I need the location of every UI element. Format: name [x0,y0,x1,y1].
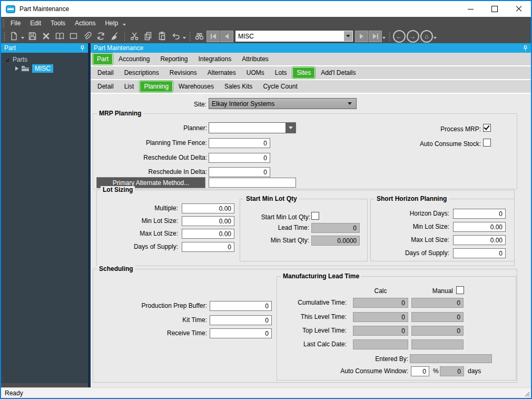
forward-button[interactable]: → [406,30,419,43]
tree-node-parts[interactable]: Parts [5,56,27,63]
planning-time-fence-label: Planning Time Fence: [107,139,207,147]
max-lot-size-label: Max Lot Size: [94,230,178,238]
tab-reporting[interactable]: Reporting [155,54,192,64]
site-combo[interactable]: Elkay Interior Systems [209,98,357,109]
menu-edit[interactable]: Edit [25,18,46,28]
expanded-arrow-icon[interactable] [5,58,9,62]
last-calc-date-manual-input [411,339,464,349]
horizon-days-label: Horizon Days: [365,210,449,218]
resize-grip-icon[interactable] [524,391,530,397]
lead-time-input [311,223,360,233]
planning-time-fence-input[interactable] [209,138,270,148]
primary-alternate-method-input[interactable] [209,178,296,188]
attach-button[interactable] [81,30,94,43]
tab-addl-details[interactable]: Add'l Details [316,67,360,78]
tab-uoms[interactable]: UOMs [242,67,269,78]
app-logo-icon [6,5,15,13]
tab-sites[interactable]: Sites [292,67,315,79]
multiple-input[interactable] [182,203,234,213]
percent-symbol: % [433,367,439,375]
start-min-lot-qty-checkbox[interactable] [311,212,319,220]
sh-max-lot-size-input[interactable] [453,235,506,245]
sh-min-lot-size-input[interactable] [453,222,506,232]
close-button[interactable] [507,1,531,17]
copy-button[interactable] [142,30,155,43]
menu-file[interactable]: File [6,18,25,28]
note-icon [68,31,78,41]
minimize-button[interactable] [458,1,482,17]
top-level-time-calc-input [353,326,408,336]
browse-button[interactable] [53,30,66,43]
tab-accounting[interactable]: Accounting [114,54,154,64]
auto-consume-stock-checkbox[interactable] [483,139,491,147]
calc-column-header: Calc [353,287,408,295]
tab-cycle-count[interactable]: Cycle Count [258,81,302,92]
tab-planning[interactable]: Planning [140,81,173,92]
tree-node-misc[interactable]: MISC [15,64,53,73]
tab-detail[interactable]: Detail [93,67,119,78]
maximize-button[interactable] [482,1,507,17]
tab-site-list[interactable]: List [120,81,139,92]
undo-icon [171,31,181,41]
menu-overflow-icon[interactable] [123,24,126,26]
undo-dropdown-icon[interactable] [183,37,186,39]
record-combo-dropdown[interactable] [344,31,352,41]
tab-lots[interactable]: Lots [270,67,292,78]
menu-tools[interactable]: Tools [46,18,70,28]
manual-checkbox[interactable] [456,286,464,294]
last-calc-date-calc-input [353,339,408,349]
reschedule-in-delta-input[interactable] [209,167,270,177]
collapsed-arrow-icon[interactable] [15,66,18,71]
planner-combo[interactable] [209,122,296,133]
tab-sales-kits[interactable]: Sales Kits [220,81,257,92]
sh-days-of-supply-input[interactable] [453,248,506,258]
save-button[interactable] [26,30,39,43]
paste-icon [157,31,167,41]
tree-item-misc-label[interactable]: MISC [32,64,53,73]
delete-button[interactable] [40,30,53,43]
tab-alternates[interactable]: Alternates [203,67,241,78]
menu-help[interactable]: Help [100,18,123,28]
tab-integrations[interactable]: Integrations [193,54,236,64]
clear-button[interactable] [108,30,121,43]
open-book-icon [55,31,65,41]
tab-part[interactable]: Part [93,53,113,65]
home-button[interactable]: ⌂ [420,30,433,43]
paste-button[interactable] [155,30,169,43]
new-document-button[interactable] [7,30,21,43]
first-record-button[interactable] [206,31,220,42]
tab-site-detail[interactable]: Detail [93,81,119,92]
new-document-dropdown-icon[interactable] [21,37,24,39]
refresh-button[interactable] [94,30,107,43]
note-button[interactable] [67,30,80,43]
back-button[interactable]: ← [392,30,406,43]
last-record-button[interactable] [369,31,382,42]
nav-overflow-icon[interactable] [434,37,437,39]
reschedule-out-delta-input[interactable] [209,153,270,163]
top-level-time-manual-input [411,326,464,336]
tab-attributes[interactable]: Attributes [237,54,273,64]
record-nav-overflow-icon[interactable] [382,37,386,39]
auto-consume-window-pct-input[interactable] [411,366,429,376]
pin-icon[interactable] [80,45,85,51]
minimize-icon [468,9,474,9]
sh-max-lot-size-label: Max Lot Size: [365,236,449,244]
clear-broom-icon [110,31,120,41]
tab-revisions[interactable]: Revisions [165,67,202,78]
process-mrp-checkbox[interactable] [483,124,491,132]
manual-column-header: Manual [406,287,453,295]
lead-time-label: Lead Time: [225,224,309,232]
undo-button[interactable] [169,30,182,43]
planner-combo-button[interactable] [285,123,295,133]
tab-descriptions[interactable]: Descriptions [120,67,164,78]
cut-button[interactable] [128,30,141,43]
previous-record-button[interactable] [220,31,233,42]
record-combo[interactable]: MISC [235,30,353,42]
tab-warehouses[interactable]: Warehouses [174,81,219,92]
find-button[interactable] [193,30,206,43]
horizon-days-input[interactable] [453,209,506,219]
next-record-button[interactable] [355,31,368,42]
reschedule-in-delta-label: Reschedule In Delta: [107,168,207,176]
pin-icon[interactable] [523,45,528,51]
menu-actions[interactable]: Actions [70,18,100,28]
